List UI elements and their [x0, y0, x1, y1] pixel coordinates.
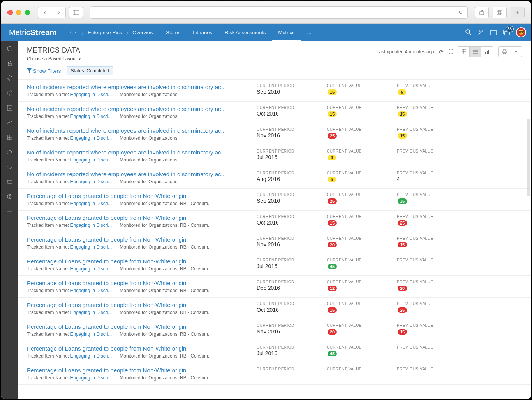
tracked-item-link[interactable]: Engaging in Discri...: [70, 375, 112, 381]
sb-cog-icon[interactable]: [6, 89, 14, 97]
sb-loop-icon[interactable]: [6, 163, 14, 171]
reload-icon[interactable]: ↻: [458, 9, 463, 15]
tracked-item-link[interactable]: Engaging in Discri...: [70, 135, 112, 141]
fullscreen-icon[interactable]: ⛶: [448, 49, 453, 54]
current-period-label: CURRENT PERIOD: [257, 258, 327, 262]
back-button[interactable]: ‹: [38, 7, 52, 18]
print-dropdown-toggle[interactable]: ▼: [510, 47, 522, 57]
metric-title-link[interactable]: Percentage of Loans granted to people fr…: [27, 367, 253, 374]
sb-dashboard-icon[interactable]: [6, 45, 14, 53]
sb-card-icon[interactable]: [6, 178, 14, 186]
list-item[interactable]: Percentage of Loans granted to people fr…: [18, 211, 531, 232]
metric-title-link[interactable]: Percentage of Loans granted to people fr…: [27, 323, 253, 330]
list-item[interactable]: Percentage of Loans granted to people fr…: [18, 319, 531, 341]
current-period-value: Oct 2016: [257, 219, 327, 226]
sb-chart-icon[interactable]: [6, 119, 14, 126]
list-item[interactable]: Percentage of Loans granted to people fr…: [18, 254, 531, 276]
metric-title-link[interactable]: Percentage of Loans granted to people fr…: [27, 280, 253, 286]
chart-view-button[interactable]: [481, 47, 493, 57]
breadcrumb-more[interactable]: ...: [301, 24, 317, 41]
breadcrumb-status[interactable]: Status: [160, 24, 187, 41]
tracked-item-link[interactable]: Engaging in Discri...: [70, 179, 112, 184]
calendar-icon[interactable]: [490, 29, 497, 35]
previous-value-value: 20: [397, 285, 522, 291]
list-item[interactable]: Percentage of Loans granted to people fr…: [18, 341, 531, 363]
filter-chip-status[interactable]: Status: Completed: [67, 66, 114, 75]
list-item[interactable]: Percentage of Loans granted to people fr…: [18, 232, 531, 254]
metric-title-link[interactable]: Percentage of Loans granted to people fr…: [27, 236, 253, 243]
tracked-item-link[interactable]: Engaging in Discri...: [70, 223, 112, 228]
metric-title-link[interactable]: Percentage of Loans granted to people fr…: [27, 258, 253, 265]
monitored-org-label: Monitored for Organizations: RB - Consum…: [120, 332, 212, 337]
sb-help-icon[interactable]: ?: [6, 193, 14, 200]
breadcrumb-risk-assessments[interactable]: Risk Assessments: [218, 24, 272, 41]
value-pill: 25: [328, 198, 337, 204]
list-item[interactable]: No of incidents reported where employees…: [18, 145, 531, 167]
metric-title-link[interactable]: No of incidents reported where employees…: [27, 84, 253, 90]
metric-title-link[interactable]: Percentage of Loans granted to people fr…: [27, 193, 253, 199]
app-logo[interactable]: MetricStream: [6, 28, 63, 37]
metric-title-link[interactable]: Percentage of Loans granted to people fr…: [27, 302, 253, 308]
list-item[interactable]: Percentage of Loans granted to people fr…: [18, 189, 531, 211]
metric-title-link[interactable]: No of incidents reported where employees…: [27, 105, 253, 112]
saved-layout-dropdown[interactable]: Choose a Saved Layout ▼: [27, 56, 81, 61]
list-item[interactable]: No of incidents reported where employees…: [18, 80, 531, 102]
print-button[interactable]: [499, 47, 510, 57]
metric-title-link[interactable]: Percentage of Loans granted to people fr…: [27, 214, 253, 221]
breadcrumb-libraries[interactable]: Libraries: [187, 24, 218, 41]
metric-title-link[interactable]: No of incidents reported where employees…: [27, 127, 253, 134]
scrollbar[interactable]: [527, 119, 530, 196]
sb-refresh-icon[interactable]: [6, 148, 14, 156]
svg-rect-18: [7, 105, 12, 110]
tracked-item-link[interactable]: Engaging in Discri...: [70, 266, 112, 272]
notifications-icon[interactable]: 38: [503, 29, 510, 35]
sidebar-toggle-button[interactable]: [69, 7, 83, 18]
user-avatar[interactable]: 😎: [516, 27, 526, 37]
close-window-icon[interactable]: [7, 10, 13, 15]
tracked-item-link[interactable]: Engaging in Discri...: [70, 244, 112, 250]
metric-title-link[interactable]: No of incidents reported where employees…: [27, 149, 253, 156]
list-item[interactable]: Percentage of Loans granted to people fr…: [18, 298, 531, 319]
tracked-item-link[interactable]: Engaging in Discri...: [70, 332, 112, 337]
tabs-button[interactable]: [493, 7, 507, 18]
share-button[interactable]: [475, 7, 489, 18]
metric-title-link[interactable]: No of incidents reported where employees…: [27, 171, 253, 177]
value-pill: 15: [398, 242, 407, 247]
minimize-window-icon[interactable]: [16, 10, 21, 15]
list-item[interactable]: No of incidents reported where employees…: [18, 102, 531, 123]
sb-home-icon[interactable]: [6, 60, 14, 67]
tools-icon[interactable]: [478, 29, 484, 35]
metric-title-link[interactable]: Percentage of Loans granted to people fr…: [27, 345, 253, 352]
metrics-list[interactable]: No of incidents reported where employees…: [18, 79, 531, 399]
window-controls: [7, 10, 30, 15]
address-bar[interactable]: ↻: [90, 6, 468, 19]
search-icon[interactable]: [465, 29, 472, 35]
show-filters-toggle[interactable]: Show Filters: [27, 68, 61, 74]
new-tab-button[interactable]: +: [511, 7, 525, 18]
tracked-item-link[interactable]: Engaging in Discri...: [70, 353, 112, 359]
list-item[interactable]: No of incidents reported where employees…: [18, 167, 531, 189]
breadcrumb-home[interactable]: ⌂ ▼: [63, 24, 83, 41]
tracked-item-link[interactable]: Engaging in Discri...: [70, 157, 112, 163]
sb-settings-icon[interactable]: [6, 74, 14, 82]
tracked-item-link[interactable]: Engaging in Discri...: [70, 201, 112, 206]
list-view-button[interactable]: [470, 47, 481, 57]
tracked-item-link[interactable]: Engaging in Discri...: [70, 310, 112, 315]
sb-more-icon[interactable]: ⋯: [6, 207, 14, 215]
list-item[interactable]: Percentage of Loans granted to people fr…: [18, 276, 531, 298]
breadcrumb-overview[interactable]: Overview: [126, 24, 160, 41]
list-item[interactable]: No of incidents reported where employees…: [18, 123, 531, 145]
tracked-item-link[interactable]: Engaging in Discri...: [70, 92, 112, 97]
forward-button[interactable]: ›: [52, 7, 66, 18]
breadcrumb-enterprise-risk[interactable]: Enterprise Risk: [81, 24, 128, 41]
sb-report-icon[interactable]: [6, 104, 14, 112]
tracked-item-link[interactable]: Engaging in Discri...: [70, 288, 112, 293]
breadcrumb-metrics[interactable]: Metrics: [272, 24, 301, 41]
list-item[interactable]: Percentage of Loans granted to people fr…: [18, 363, 531, 385]
grid-view-button[interactable]: [458, 47, 470, 57]
value-pill: 35: [398, 198, 407, 204]
maximize-window-icon[interactable]: [25, 10, 30, 15]
sb-grid-icon[interactable]: [6, 133, 14, 141]
refresh-icon[interactable]: ⟳: [439, 49, 444, 55]
tracked-item-link[interactable]: Engaging in Discri...: [70, 114, 112, 119]
